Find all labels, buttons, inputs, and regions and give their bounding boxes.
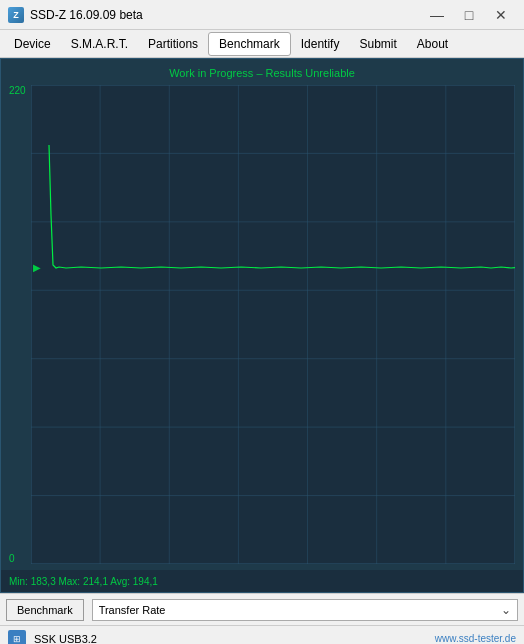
title-bar: Z SSD-Z 16.09.09 beta — □ ✕ [0, 0, 524, 30]
device-icon: ⊞ [8, 630, 26, 645]
title-bar-left: Z SSD-Z 16.09.09 beta [8, 7, 143, 23]
y-axis-max-label: 220 [9, 85, 26, 96]
window-controls: — □ ✕ [422, 5, 516, 25]
menu-bar: Device S.M.A.R.T. Partitions Benchmark I… [0, 30, 524, 58]
benchmark-chart: ▶ [31, 85, 515, 564]
dropdown-arrow-icon: ⌄ [501, 603, 511, 617]
bottom-bar: Benchmark Transfer Rate ⌄ [0, 593, 524, 625]
graph-title: Work in Progress – Results Unreliable [1, 63, 523, 83]
close-button[interactable]: ✕ [486, 5, 516, 25]
website-link: www.ssd-tester.de [435, 633, 516, 644]
dropdown-value: Transfer Rate [99, 604, 166, 616]
menu-item-device[interactable]: Device [4, 33, 61, 55]
menu-item-benchmark[interactable]: Benchmark [208, 32, 291, 56]
status-left: ⊞ SSK USB3.2 [8, 630, 97, 645]
app-icon: Z [8, 7, 24, 23]
menu-item-submit[interactable]: Submit [349, 33, 406, 55]
minimize-button[interactable]: — [422, 5, 452, 25]
svg-text:▶: ▶ [33, 262, 41, 273]
device-name: SSK USB3.2 [34, 633, 97, 645]
main-content: Work in Progress – Results Unreliable 22… [0, 58, 524, 593]
app-title: SSD-Z 16.09.09 beta [30, 8, 143, 22]
menu-item-identify[interactable]: Identify [291, 33, 350, 55]
y-axis-min-label: 0 [9, 553, 15, 564]
graph-status-bar: Min: 183,3 Max: 214,1 Avg: 194,1 [1, 570, 523, 592]
menu-item-about[interactable]: About [407, 33, 458, 55]
graph-container: ▶ [31, 85, 515, 564]
menu-item-partitions[interactable]: Partitions [138, 33, 208, 55]
graph-stats-text: Min: 183,3 Max: 214,1 Avg: 194,1 [9, 576, 158, 587]
transfer-rate-dropdown[interactable]: Transfer Rate ⌄ [92, 599, 518, 621]
maximize-button[interactable]: □ [454, 5, 484, 25]
benchmark-button[interactable]: Benchmark [6, 599, 84, 621]
menu-item-smart[interactable]: S.M.A.R.T. [61, 33, 138, 55]
status-bar: ⊞ SSK USB3.2 www.ssd-tester.de [0, 625, 524, 644]
